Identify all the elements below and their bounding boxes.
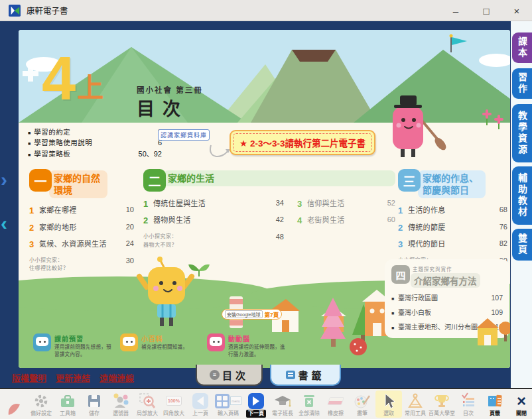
book-page: 4 上 國小社會 第三冊 目次 ■ 學習的約定 2 ■ 學習策略使用說明 6 ■ bbox=[19, 30, 510, 368]
lesson-number: 3 bbox=[398, 239, 408, 249]
lesson-number: 1 bbox=[29, 206, 39, 215]
lesson-row[interactable]: 3 氣候、水資源與生活 24 bbox=[29, 239, 134, 249]
trash-icon bbox=[300, 392, 318, 410]
lesson-title: 現代的節日 bbox=[408, 239, 488, 249]
sidebar-tab-supplementary-materials[interactable]: 輔助教材 bbox=[512, 166, 532, 225]
common-tools-button[interactable]: 常用工具 bbox=[402, 390, 429, 418]
person-icon bbox=[112, 392, 129, 410]
lesson-page: 52 bbox=[375, 199, 395, 207]
prev-page-chevron-icon[interactable]: ‹ bbox=[1, 215, 7, 232]
intro-item[interactable]: ■ 學習策略使用說明 6 bbox=[28, 137, 162, 148]
area-zoom-button[interactable]: 局部放大 bbox=[134, 390, 161, 418]
explore-row[interactable]: 小小探究家：器物大不同？ 48 bbox=[143, 233, 284, 250]
lesson-row[interactable]: 4 老街與生活 60 bbox=[297, 215, 395, 225]
intro-item[interactable]: ■ 學習的約定 2 bbox=[28, 127, 162, 137]
lesson-title: 家鄉在哪裡 bbox=[39, 206, 114, 215]
next-page-button[interactable]: 下一頁 bbox=[243, 390, 269, 418]
legend-title: 課前預習 bbox=[54, 333, 114, 343]
eraser-button[interactable]: 橡皮擦 bbox=[322, 390, 349, 418]
sidebar-tab-workbook[interactable]: 習作 bbox=[512, 68, 532, 99]
page-input-button[interactable]: menu 輸入頁碼 bbox=[214, 390, 243, 418]
lesson-row[interactable]: 3 現代的節日 82 bbox=[398, 239, 507, 249]
update-link[interactable]: 更新連結 bbox=[56, 371, 90, 384]
remote-connection-link[interactable]: 遠端連線 bbox=[100, 371, 134, 384]
explore-row[interactable]: 小小探究家：住哪裡比較好？ 30 bbox=[29, 257, 134, 274]
lesson-number: 3 bbox=[297, 199, 307, 209]
google-earth-button[interactable]: 安裝Google地球 第7頁 bbox=[222, 309, 282, 320]
bullet-icon: ■ bbox=[391, 326, 398, 330]
compass-icon bbox=[407, 392, 424, 410]
legend-desc: 運用課前問題先想想，預習課文內容。 bbox=[54, 344, 114, 359]
number-picker-button[interactable]: 選號器 bbox=[107, 390, 134, 418]
toc-button[interactable]: 目次 bbox=[455, 390, 482, 418]
titlebar: 康軒電子書 – □ × bbox=[0, 0, 532, 21]
lesson-row[interactable]: 1 生活的作息 68 bbox=[398, 206, 507, 215]
notice-banner: ★ 2-3～3-3請執行第二片電子書 bbox=[230, 130, 375, 155]
lesson-title: 器物與生活 bbox=[153, 215, 264, 225]
toolbar: 偏好設定 工具箱 儲存 bbox=[0, 388, 532, 419]
unit-1-title: 家鄉的自然環境 bbox=[49, 170, 107, 198]
lesson-number: 1 bbox=[398, 206, 408, 215]
lesson-row[interactable]: 2 傳統的節慶 76 bbox=[398, 223, 507, 233]
explore-page: 30 bbox=[114, 257, 134, 274]
select-button[interactable]: 選取 bbox=[375, 390, 402, 418]
save-button[interactable]: 儲存 bbox=[81, 390, 107, 418]
palette-icon bbox=[354, 392, 371, 410]
preview-robot-icon bbox=[33, 333, 51, 351]
close-window-button[interactable]: × bbox=[501, 0, 532, 21]
lesson-number: 2 bbox=[398, 223, 408, 233]
eraser-icon bbox=[328, 392, 343, 410]
unit-4-item[interactable]: ■ 臺灣小白板 109 bbox=[391, 307, 503, 317]
google-earth-label: 安裝Google地球 bbox=[225, 310, 263, 318]
lesson-number: 2 bbox=[29, 223, 39, 233]
prev-page-button[interactable]: 上一頁 bbox=[187, 390, 214, 418]
maximize-button[interactable]: □ bbox=[471, 0, 501, 21]
sidebar-tab-teaching-resources[interactable]: 教學資源 bbox=[512, 104, 532, 162]
explore-text: 小小探究家：住哪裡比較好？ bbox=[29, 257, 114, 274]
legend-desc: 透過課程的延伸問題，進行腦力激盪。 bbox=[228, 344, 288, 359]
e-monitor-button[interactable]: 電子班長 bbox=[269, 390, 296, 418]
arrow-left-icon bbox=[192, 392, 208, 410]
toc-tab-icon: ≡ bbox=[210, 370, 220, 380]
toolbox-icon bbox=[59, 392, 76, 410]
unit-2-hometown-life: 二 家鄉的生活 1 傳統住屋與生活 34 2 器物與生活 42 bbox=[143, 169, 395, 249]
lesson-row[interactable]: 3 信仰與生活 52 bbox=[297, 199, 395, 209]
sidebar-tab-textbook[interactable]: 課本 bbox=[512, 32, 532, 63]
bottom-tab-bookmark[interactable]: 書籤 bbox=[270, 365, 341, 386]
unit-4-item[interactable]: ■ 臺灣主要地形、河川分布圖 110 bbox=[391, 322, 503, 331]
brush-button[interactable]: 畫筆 bbox=[349, 390, 375, 418]
app-logo-icon bbox=[9, 5, 21, 17]
sidebar-tab-dual-page[interactable]: 雙頁 bbox=[512, 229, 532, 261]
corner-zoom-button[interactable]: 100% 四角放大 bbox=[161, 390, 187, 418]
lesson-row[interactable]: 1 傳統住屋與生活 34 bbox=[143, 199, 284, 209]
lesson-row[interactable]: 2 器物與生活 42 bbox=[143, 215, 284, 225]
hometown-database-button[interactable]: 認識家鄉資料庫 bbox=[158, 129, 210, 141]
pen-tool-button[interactable] bbox=[1, 398, 28, 418]
gear-icon bbox=[33, 392, 50, 410]
toolbox-button[interactable]: 工具箱 bbox=[54, 390, 81, 418]
grade-suffix: 上 bbox=[77, 66, 103, 105]
copyright-link[interactable]: 版權聲明 bbox=[12, 371, 46, 384]
series-title: 國小社會 第三冊 bbox=[137, 84, 203, 95]
bookmark-tabs-button[interactable]: 頁籤 bbox=[482, 390, 508, 418]
lesson-row[interactable]: 1 家鄉在哪裡 10 bbox=[29, 206, 134, 215]
next-page-chevron-icon[interactable]: › bbox=[1, 171, 7, 188]
quiz-button[interactable]: 百萬大學堂 bbox=[429, 390, 455, 418]
lesson-row[interactable]: 2 家鄉的地形 20 bbox=[29, 223, 134, 233]
bookmark-tab-icon bbox=[286, 371, 295, 379]
unit-3-title: 家鄉的作息、節慶與節日 bbox=[418, 170, 486, 198]
close-app-button[interactable]: × 關閉 bbox=[508, 390, 532, 418]
lesson-title: 生活的作息 bbox=[408, 206, 488, 215]
unit-4-item[interactable]: ■ 臺灣行政區圖 107 bbox=[391, 292, 503, 302]
clear-all-button[interactable]: 全部清除 bbox=[296, 390, 322, 418]
minimize-button[interactable]: – bbox=[440, 0, 471, 21]
unit-3-routines-festivals: 三 家鄉的作息、節慶與節日 1 生活的作息 68 2 傳統的節慶 76 3 現代… bbox=[398, 169, 507, 273]
arrow-right-icon bbox=[248, 392, 264, 410]
bullet-icon: ■ bbox=[28, 131, 31, 135]
item-label: 臺灣小白板 bbox=[398, 307, 491, 317]
preferences-button[interactable]: 偏好設定 bbox=[28, 390, 54, 418]
bottom-tab-toc[interactable]: ≡ 目次 bbox=[196, 365, 263, 386]
notice-text: ★ 2-3～3-3請執行第二片電子書 bbox=[239, 136, 366, 149]
unit-1-natural-environment: 一 家鄉的自然環境 1 家鄉在哪裡 10 2 家鄉的地形 20 3 氣候、水資源… bbox=[29, 169, 134, 273]
intro-item[interactable]: ■ 學習策略板 50、92 bbox=[28, 148, 162, 158]
